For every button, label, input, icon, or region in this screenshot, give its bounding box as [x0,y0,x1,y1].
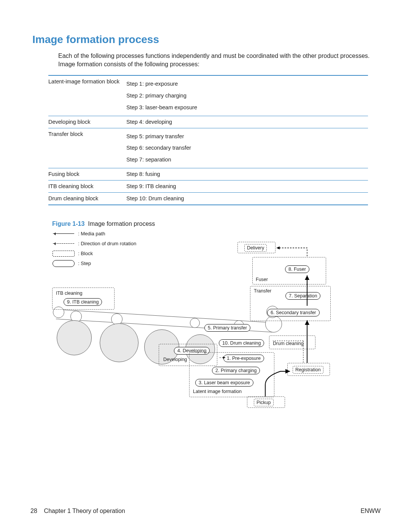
group-cell: Developing block [48,116,126,128]
figure-number: Figure 1-13 [52,220,84,227]
drum-cleaning-step: 10. Drum cleaning [219,339,264,347]
page-footer: 28 Chapter 1 Theory of operation ENWW [30,508,381,514]
drum [100,323,139,362]
step-cell: Step 10: Drum cleaning [126,192,368,204]
step-symbol-icon [53,260,75,267]
intro-text: Each of the following processes function… [58,52,381,68]
page: Image formation process Each of the foll… [0,0,411,532]
chapter-label: Chapter 1 Theory of operation [44,508,125,514]
step-cell: Step 1: pre-exposure Step 2: primary cha… [126,75,368,116]
drum [57,320,92,355]
step-cell: Step 5: primary transfer Step 6: seconda… [126,128,368,168]
step-cell: Step 9: ITB cleaning [126,180,368,192]
page-number: 28 [30,508,37,514]
footer-right: ENWW [361,508,381,514]
section-heading: Image formation process [32,34,381,46]
steps-table: Latent-image formation block Step 1: pre… [48,75,368,205]
group-cell: Drum cleaning block [48,192,126,204]
primary-transfer-step: 5. Primary transfer [204,324,250,332]
legend: : Media path : Direction of drum rotatio… [52,230,136,269]
group-cell: Transfer block [48,128,126,168]
block-symbol-icon [53,251,75,257]
roller [111,313,123,325]
step-cell: Step 4: developing [126,116,368,128]
group-cell: Latent-image formation block [48,75,126,116]
arrow-solid-icon [53,233,74,234]
roller [190,318,200,328]
step-cell: Step 8: fusing [126,168,368,181]
group-cell: ITB cleaning block [48,180,126,192]
group-cell: Fusing block [48,168,126,181]
figure-caption: Figure 1-13 Image formation process [52,220,381,227]
figure-title: Image formation process [88,220,155,227]
diagram: : Media path : Direction of drum rotatio… [52,230,360,424]
arrow-dash-icon [53,243,74,244]
